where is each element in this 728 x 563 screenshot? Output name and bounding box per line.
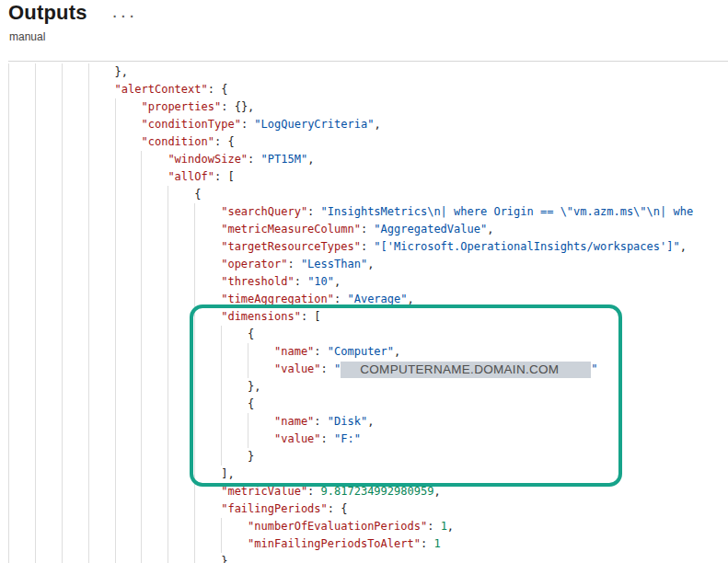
json-key: "numberOfEvaluationPeriods" bbox=[248, 520, 427, 533]
json-key: "metricValue" bbox=[221, 485, 307, 498]
json-punctuation: }, bbox=[221, 555, 234, 563]
json-punctuation: }, bbox=[248, 380, 260, 393]
json-string-value: "Disk" bbox=[328, 415, 367, 428]
json-punctuation: { bbox=[248, 327, 254, 340]
json-key: "condition" bbox=[142, 135, 214, 148]
json-string-value: "LessThan" bbox=[301, 258, 367, 270]
json-string-value: "10" bbox=[307, 275, 334, 288]
json-key: "properties" bbox=[142, 100, 222, 113]
json-key: "searchQuery" bbox=[221, 205, 307, 218]
json-punctuation: : {}, bbox=[221, 100, 254, 113]
code-line: "dimensions": [ bbox=[8, 308, 728, 326]
json-number-value: 1 bbox=[433, 537, 440, 550]
json-punctuation: , bbox=[394, 345, 400, 358]
code-line: "numberOfEvaluationPeriods": 1, bbox=[8, 518, 728, 535]
json-key: "value" bbox=[274, 432, 321, 445]
json-punctuation: , bbox=[367, 415, 374, 428]
page-title: Outputs bbox=[8, 1, 87, 25]
json-number-value: 9.817234992980959 bbox=[321, 485, 434, 498]
code-line: "failingPeriods": { bbox=[8, 500, 728, 518]
code-line: "operator": "LessThan", bbox=[8, 256, 728, 273]
code-line: "value": "F:" bbox=[8, 431, 728, 448]
json-key: "operator" bbox=[221, 258, 287, 270]
code-line: "value": "COMPUTERNAME.DOMAIN.COM" bbox=[8, 361, 728, 378]
json-key: "failingPeriods" bbox=[221, 502, 328, 515]
code-line: "timeAggregation": "Average", bbox=[8, 291, 728, 308]
json-punctuation: { bbox=[248, 397, 254, 410]
json-punctuation: , bbox=[367, 258, 374, 270]
json-punctuation: : { bbox=[328, 502, 348, 515]
code-line: "condition": { bbox=[8, 133, 728, 151]
json-string-value: "InsightsMetrics\n| where Origin == \"vm… bbox=[321, 205, 694, 218]
json-string-value: "F:" bbox=[334, 432, 361, 445]
json-punctuation: : bbox=[248, 153, 260, 166]
code-line: { bbox=[8, 186, 728, 203]
json-punctuation: : bbox=[361, 223, 374, 236]
json-key: "windowSize" bbox=[168, 153, 248, 166]
json-number-value: 1 bbox=[441, 520, 447, 533]
json-punctuation: { bbox=[194, 188, 201, 201]
json-key: "timeAggregation" bbox=[221, 293, 334, 305]
json-string-value: "['Microsoft.OperationalInsights/workspa… bbox=[374, 240, 679, 253]
run-trigger-label: manual bbox=[9, 30, 45, 43]
json-punctuation: : { bbox=[208, 83, 228, 96]
json-punctuation: : bbox=[321, 362, 334, 375]
code-line: "alertContext": { bbox=[8, 81, 728, 98]
code-line: }, bbox=[8, 378, 728, 396]
code-line: { bbox=[8, 326, 728, 343]
json-punctuation: }, bbox=[115, 65, 128, 78]
json-punctuation: : bbox=[427, 520, 440, 533]
json-punctuation: : bbox=[307, 485, 320, 498]
json-punctuation: : bbox=[287, 258, 300, 270]
json-punctuation: : bbox=[334, 293, 347, 305]
json-string-value: "Computer" bbox=[328, 345, 394, 358]
json-string-value: "PT15M" bbox=[261, 153, 308, 166]
json-string-value: " bbox=[334, 362, 341, 375]
json-string-value: "LogQueryCriteria" bbox=[254, 118, 374, 131]
code-line: }, bbox=[8, 63, 728, 81]
json-punctuation: : bbox=[421, 537, 433, 550]
json-punctuation: : bbox=[361, 240, 374, 253]
json-punctuation: , bbox=[374, 118, 380, 131]
json-punctuation: : [ bbox=[301, 310, 321, 323]
code-line: ], bbox=[8, 465, 728, 483]
json-punctuation: , bbox=[334, 275, 341, 288]
code-line: } bbox=[8, 448, 728, 465]
json-punctuation: : { bbox=[214, 135, 235, 148]
json-key: "metricMeasureColumn" bbox=[221, 223, 361, 236]
json-punctuation: , bbox=[487, 223, 493, 236]
code-line: "conditionType": "LogQueryCriteria", bbox=[8, 116, 728, 133]
json-punctuation: } bbox=[248, 450, 254, 463]
code-line: "metricMeasureColumn": "AggregatedValue"… bbox=[8, 221, 728, 238]
code-line: "allOf": [ bbox=[8, 168, 728, 186]
json-punctuation: , bbox=[447, 520, 454, 533]
code-line: "targetResourceTypes": "['Microsoft.Oper… bbox=[8, 238, 728, 256]
json-key: "name" bbox=[274, 345, 314, 358]
outputs-code-panel: }, "alertContext": { "properties": {}, "… bbox=[8, 61, 728, 563]
json-key: "dimensions" bbox=[221, 310, 301, 323]
code-line: "searchQuery": "InsightsMetrics\n| where… bbox=[8, 203, 728, 221]
json-punctuation: : [ bbox=[214, 170, 235, 183]
json-string-value: " bbox=[591, 362, 597, 375]
code-line: "properties": {}, bbox=[8, 98, 728, 116]
json-punctuation: : bbox=[314, 415, 327, 428]
json-string-value: "Average" bbox=[347, 293, 407, 305]
json-key: "conditionType" bbox=[142, 118, 241, 131]
json-punctuation: : bbox=[241, 118, 254, 131]
code-line: { bbox=[8, 396, 728, 413]
json-punctuation: ], bbox=[221, 467, 234, 480]
json-punctuation: , bbox=[307, 153, 314, 166]
redacted-computer-name: COMPUTERNAME.DOMAIN.COM bbox=[341, 362, 591, 378]
json-key: "minFailingPeriodsToAlert" bbox=[248, 537, 421, 550]
code-line: "minFailingPeriodsToAlert": 1 bbox=[8, 535, 728, 553]
json-punctuation: , bbox=[408, 293, 414, 305]
json-key: "value" bbox=[274, 362, 321, 375]
code-line: "threshold": "10", bbox=[8, 273, 728, 291]
json-key: "threshold" bbox=[221, 275, 294, 288]
code-line: "name": "Disk", bbox=[8, 413, 728, 431]
code-line: "windowSize": "PT15M", bbox=[8, 151, 728, 168]
json-punctuation: : bbox=[295, 275, 307, 288]
json-key: "allOf" bbox=[168, 170, 214, 183]
code-line: "metricValue": 9.817234992980959, bbox=[8, 483, 728, 500]
ellipsis-menu-button[interactable]: ··· bbox=[108, 8, 141, 25]
